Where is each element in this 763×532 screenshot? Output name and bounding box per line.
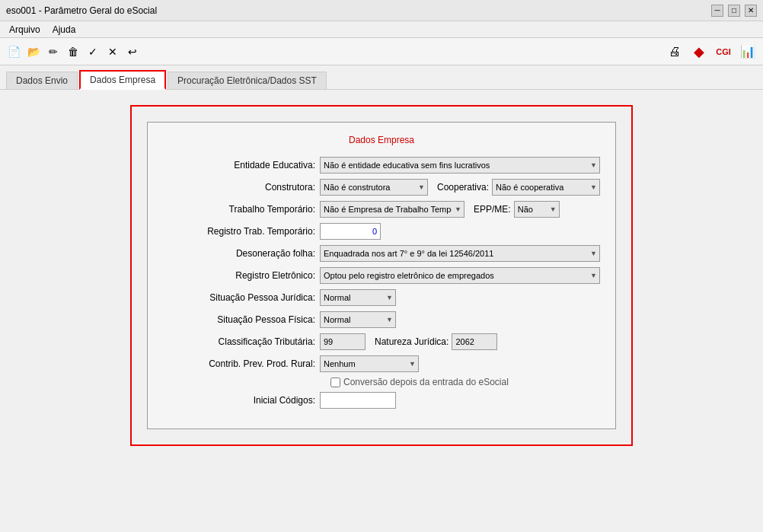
window-title: eso001 - Parâmetro Geral do eSocial	[6, 5, 157, 16]
select-contrib-prev[interactable]: Nenhum ▼	[320, 355, 419, 372]
select-entidade-educativa-input[interactable]: Não é entidade educativa sem fins lucrat…	[321, 158, 599, 173]
tab-dados-envio[interactable]: Dados Envio	[6, 72, 78, 89]
toolbar-right: 🖨 ◆ CGI 📊	[664, 41, 758, 62]
row-registro-eletronico: Registro Eletrônico: Optou pelo registro…	[163, 266, 600, 285]
menu-ajuda[interactable]: Ajuda	[46, 23, 82, 37]
tab-dados-empresa[interactable]: Dados Empresa	[79, 70, 166, 90]
label-inicial-codigos: Inicial Códigos:	[163, 395, 315, 406]
select-construtora[interactable]: Não é construtora ▼	[320, 179, 428, 196]
row-inicial-codigos: Inicial Códigos:	[163, 391, 600, 409]
select-desoneracao[interactable]: Enquadrada nos art 7° e 9° da lei 12546/…	[320, 245, 600, 262]
form-box: Dados Empresa Entidade Educativa: Não é …	[147, 122, 616, 429]
edit-button[interactable]: ✏	[44, 43, 62, 61]
menu-arquivo[interactable]: Arquivo	[3, 23, 46, 37]
delete-button[interactable]: 🗑	[64, 43, 82, 61]
label-contrib-prev: Contrib. Prev. Prod. Rural:	[163, 358, 315, 369]
cancel-button[interactable]: ✕	[104, 43, 122, 61]
title-bar: eso001 - Parâmetro Geral do eSocial ─ □ …	[0, 0, 763, 21]
select-situacao-fisica[interactable]: Normal ▼	[320, 311, 396, 328]
label-eppme: EPP/ME:	[474, 204, 511, 215]
select-eppme-input[interactable]: Não	[515, 202, 559, 217]
print-button[interactable]: 🖨	[664, 41, 685, 62]
row-situacao-juridica: Situação Pessoa Jurídica: Normal ▼	[163, 288, 600, 307]
select-construtora-input[interactable]: Não é construtora	[321, 180, 427, 195]
select-situacao-juridica-input[interactable]: Normal	[321, 290, 395, 305]
select-eppme[interactable]: Não ▼	[514, 201, 560, 218]
undo-button[interactable]: ↩	[123, 43, 142, 61]
window-controls: ─ □ ✕	[711, 5, 757, 17]
label-cooperativa: Cooperativa:	[437, 182, 489, 193]
row-registro-trab: Registro Trab. Temporário:	[163, 222, 600, 241]
input-natureza[interactable]	[452, 333, 497, 350]
input-registro-trab[interactable]	[320, 223, 381, 240]
label-entidade-educativa: Entidade Educativa:	[163, 160, 315, 170]
label-construtora: Construtora:	[163, 182, 315, 193]
select-situacao-fisica-input[interactable]: Normal	[321, 312, 395, 327]
select-cooperativa[interactable]: Não é cooperativa ▼	[492, 179, 600, 196]
label-registro-eletronico: Registro Eletrônico:	[163, 270, 315, 281]
select-entidade-educativa[interactable]: Não é entidade educativa sem fins lucrat…	[320, 157, 600, 174]
main-content: Dados Empresa Entidade Educativa: Não é …	[0, 90, 763, 532]
label-conversao: Conversão depois da entrada do eSocial	[343, 377, 509, 387]
open-button[interactable]: 📂	[24, 43, 43, 61]
row-entidade-educativa: Entidade Educativa: Não é entidade educa…	[163, 156, 600, 174]
label-registro-trab: Registro Trab. Temporário:	[163, 226, 315, 237]
checkbox-conversao[interactable]	[330, 377, 340, 387]
row-conversao: Conversão depois da entrada do eSocial	[163, 377, 600, 387]
row-construtora: Construtora: Não é construtora ▼ Coopera…	[163, 178, 600, 196]
outer-box: Dados Empresa Entidade Educativa: Não é …	[130, 105, 633, 446]
row-classificacao: Classificação Tributária: Natureza Juríd…	[163, 333, 600, 351]
select-trabalho-temporario-input[interactable]: Não é Empresa de Trabalho Temporári...	[321, 202, 464, 217]
label-classificacao: Classificação Tributária:	[163, 336, 315, 347]
label-desoneracao: Desoneração folha:	[163, 248, 315, 259]
tab-procuracao[interactable]: Procuração Eletrônica/Dados SST	[168, 72, 327, 89]
form-title: Dados Empresa	[163, 135, 600, 145]
select-registro-eletronico[interactable]: Optou pelo registro eletrônico de empreg…	[320, 267, 600, 284]
maximize-button[interactable]: □	[728, 5, 740, 17]
label-trabalho-temporario: Trabalho Temporário:	[163, 204, 315, 215]
row-contrib-prev: Contrib. Prev. Prod. Rural: Nenhum ▼	[163, 355, 600, 373]
label-situacao-juridica: Situação Pessoa Jurídica:	[163, 292, 315, 303]
select-cooperativa-input[interactable]: Não é cooperativa	[493, 180, 599, 195]
input-inicial-codigos[interactable]	[320, 392, 396, 409]
menu-bar: Arquivo Ajuda	[0, 21, 763, 38]
input-classificacao[interactable]	[320, 333, 366, 350]
select-registro-eletronico-input[interactable]: Optou pelo registro eletrônico de empreg…	[321, 268, 599, 283]
confirm-button[interactable]: ✓	[84, 43, 102, 61]
tab-bar: Dados Envio Dados Empresa Procuração Ele…	[0, 65, 763, 90]
row-desoneracao: Desoneração folha: Enquadrada nos art 7°…	[163, 244, 600, 263]
label-natureza: Natureza Jurídica:	[375, 336, 449, 347]
new-button[interactable]: 📄	[5, 43, 23, 61]
label-situacao-fisica: Situação Pessoa Física:	[163, 314, 315, 325]
select-desoneracao-input[interactable]: Enquadrada nos art 7° e 9° da lei 12546/…	[321, 246, 599, 261]
cgi-button[interactable]: CGI	[713, 41, 734, 62]
diamond-button[interactable]: ◆	[688, 41, 710, 62]
close-button[interactable]: ✕	[745, 5, 757, 17]
select-situacao-juridica[interactable]: Normal ▼	[320, 289, 396, 306]
select-contrib-prev-input[interactable]: Nenhum	[321, 356, 418, 371]
toolbar: 📄 📂 ✏ 🗑 ✓ ✕ ↩ 🖨 ◆ CGI 📊	[0, 38, 763, 65]
row-trabalho-temporario: Trabalho Temporário: Não é Empresa de Tr…	[163, 200, 600, 218]
chart-button[interactable]: 📊	[737, 41, 758, 62]
select-trabalho-temporario[interactable]: Não é Empresa de Trabalho Temporári... ▼	[320, 201, 465, 218]
row-situacao-fisica: Situação Pessoa Física: Normal ▼	[163, 311, 600, 329]
minimize-button[interactable]: ─	[711, 5, 723, 17]
